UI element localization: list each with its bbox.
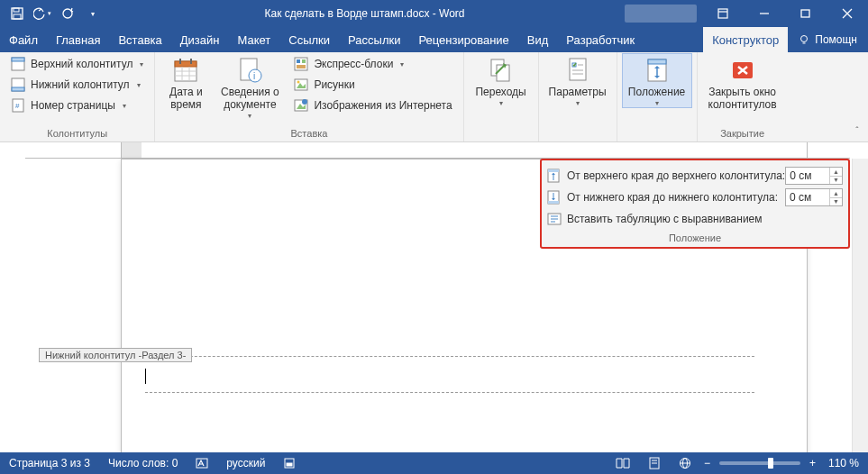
zoom-slider[interactable] <box>719 461 800 465</box>
footer-distance-input[interactable]: 0 см▲▼ <box>785 188 843 206</box>
ribbon-display-button[interactable] <box>702 0 744 27</box>
status-language[interactable]: русский <box>217 452 274 474</box>
group-label-close: Закрытие <box>703 126 782 141</box>
svg-point-38 <box>302 99 307 105</box>
group-options: Параметры▾ <box>539 52 617 141</box>
text-caret <box>145 369 146 384</box>
tab-file[interactable]: Файл <box>0 27 47 52</box>
svg-rect-15 <box>12 87 24 91</box>
status-page[interactable]: Страница 3 из 3 <box>0 452 99 474</box>
footer-icon <box>11 77 25 92</box>
close-button[interactable] <box>827 0 868 27</box>
account-placeholder[interactable] <box>625 5 697 23</box>
quick-parts-button[interactable]: Экспресс-блоки▾ <box>288 54 457 74</box>
svg-rect-54 <box>548 201 559 204</box>
doc-info-button[interactable]: i Сведения о документе▾ <box>215 54 285 120</box>
horizontal-ruler[interactable] <box>25 142 850 159</box>
alignment-tab-icon <box>547 212 562 226</box>
options-button[interactable]: Параметры▾ <box>544 54 611 107</box>
zoom-level[interactable]: 110 % <box>819 452 868 474</box>
ribbon-tabs: Файл Главная Вставка Дизайн Макет Ссылки… <box>0 27 868 52</box>
web-layout-icon <box>679 457 691 469</box>
minimize-button[interactable] <box>744 0 785 27</box>
group-insert: Дата и время i Сведения о документе▾ Экс… <box>155 52 463 141</box>
tab-review[interactable]: Рецензирование <box>409 27 517 52</box>
close-x-icon <box>728 56 757 85</box>
spin-down[interactable]: ▼ <box>830 198 842 206</box>
zoom-out-button[interactable]: − <box>700 452 714 474</box>
spellcheck-icon <box>196 457 208 469</box>
calendar-icon <box>171 56 200 85</box>
header-distance-label: От верхнего края до верхнего колонтитула… <box>567 169 785 182</box>
qat-customize[interactable]: ▾ <box>81 3 105 24</box>
spin-up[interactable]: ▲ <box>830 189 842 198</box>
vertical-scrollbar[interactable] <box>852 159 868 452</box>
view-print-layout[interactable] <box>639 452 670 474</box>
svg-rect-7 <box>801 10 809 17</box>
window-title: Как сделать в Ворде штамп.docx - Word <box>105 7 625 20</box>
maximize-button[interactable] <box>785 0 827 27</box>
online-pictures-icon <box>294 98 308 113</box>
svg-rect-47 <box>648 59 666 64</box>
tab-references[interactable]: Ссылки <box>279 27 339 52</box>
tab-design-context[interactable]: Конструктор <box>703 27 788 52</box>
footer-distance-icon <box>547 190 562 205</box>
tab-mailings[interactable]: Рассылки <box>339 27 409 52</box>
lightbulb-icon <box>799 34 809 45</box>
undo-button[interactable]: ▾ <box>31 3 54 24</box>
tab-home[interactable]: Главная <box>47 27 109 52</box>
view-web-layout[interactable] <box>670 452 700 474</box>
group-label-headers: Колонтитулы <box>5 126 149 141</box>
date-time-button[interactable]: Дата и время <box>160 54 211 112</box>
pictures-button[interactable]: Рисунки <box>288 75 457 95</box>
group-navigation: Переходы▾ <box>464 52 539 141</box>
svg-rect-19 <box>175 61 196 67</box>
page-number-button[interactable]: #Номер страницы▾ <box>5 96 149 115</box>
options-icon <box>563 56 592 85</box>
svg-rect-52 <box>548 169 559 172</box>
svg-point-10 <box>801 36 808 42</box>
group-headers-footers: Верхний колонтитул▾ Нижний колонтитул▾ #… <box>0 52 155 141</box>
close-header-footer-button[interactable]: Закрыть окно колонтитулов <box>703 54 782 112</box>
tab-design[interactable]: Дизайн <box>171 27 229 52</box>
status-macro[interactable] <box>274 452 305 474</box>
position-popout: От верхнего края до верхнего колонтитула… <box>540 159 850 249</box>
header-distance-icon <box>547 169 562 183</box>
online-pictures-button[interactable]: Изображения из Интернета <box>288 96 457 115</box>
spin-up[interactable]: ▲ <box>830 168 842 177</box>
page-number-icon: # <box>11 98 25 113</box>
redo-button[interactable] <box>56 3 79 24</box>
group-close: Закрыть окно колонтитулов Закрытие <box>698 52 788 141</box>
tab-developer[interactable]: Разработчик <box>557 27 644 52</box>
svg-text:i: i <box>253 71 255 81</box>
tab-view[interactable]: Вид <box>518 27 558 52</box>
status-bar: Страница 3 из 3 Число слов: 0 русский − … <box>0 452 868 474</box>
save-button[interactable] <box>5 3 29 24</box>
collapse-ribbon-button[interactable]: ˆ <box>850 123 864 138</box>
zoom-in-button[interactable]: + <box>806 452 819 474</box>
insert-alignment-tab-button[interactable]: Вставить табуляцию с выравниванием <box>547 209 768 229</box>
read-mode-icon <box>616 458 630 469</box>
header-distance-input[interactable]: 0 см▲▼ <box>785 167 843 185</box>
svg-rect-13 <box>12 58 24 61</box>
macro-icon <box>283 457 296 469</box>
status-spellcheck[interactable] <box>187 452 217 474</box>
tab-layout[interactable]: Макет <box>228 27 279 52</box>
navigation-icon <box>487 56 516 85</box>
print-layout-icon <box>648 457 661 469</box>
svg-text:#: # <box>15 102 20 110</box>
footer-button[interactable]: Нижний колонтитул▾ <box>5 75 149 95</box>
svg-rect-2 <box>14 14 21 19</box>
tell-me[interactable]: Помощн <box>788 27 868 52</box>
view-read-mode[interactable] <box>607 452 639 474</box>
tab-insert[interactable]: Вставка <box>109 27 170 52</box>
header-button[interactable]: Верхний колонтитул▾ <box>5 54 149 74</box>
position-button[interactable]: Положение▾ <box>623 54 691 107</box>
ribbon: Верхний колонтитул▾ Нижний колонтитул▾ #… <box>0 52 868 142</box>
spin-down[interactable]: ▼ <box>830 177 842 185</box>
group-position: Положение▾ <box>617 52 698 141</box>
svg-rect-31 <box>302 59 306 63</box>
quick-access-toolbar: ▾ ▾ <box>0 3 105 24</box>
navigation-button[interactable]: Переходы▾ <box>470 54 533 107</box>
status-word-count[interactable]: Число слов: 0 <box>99 452 187 474</box>
